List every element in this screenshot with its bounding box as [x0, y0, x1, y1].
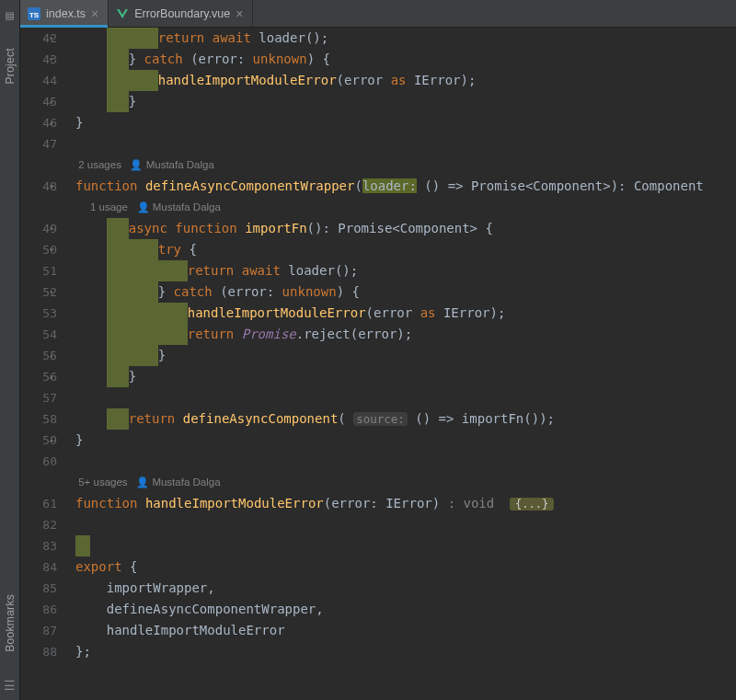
editor-tabs: TS index.ts × ErrorBoundary.vue ×	[20, 0, 736, 28]
folded-code[interactable]: {...}	[510, 498, 554, 511]
fold-icon[interactable]: ▾	[49, 183, 53, 190]
code-line[interactable]: return await loader();	[75, 28, 736, 49]
tab-label: ErrorBoundary.vue	[134, 7, 230, 20]
code-line[interactable]: } catch (error: unknown) {	[75, 49, 736, 70]
bookmarks-tool-label[interactable]: Bookmarks	[4, 594, 17, 652]
code-line[interactable]: } catch (error: unknown) {	[75, 281, 736, 303]
code-line[interactable]: }	[75, 366, 736, 387]
fold-icon[interactable]: ▴	[49, 437, 53, 444]
code-line[interactable]: handleImportModuleError(error as IError)…	[75, 303, 736, 324]
code-line[interactable]: };	[75, 641, 736, 662]
svg-text:TS: TS	[29, 10, 40, 18]
close-icon[interactable]: ×	[236, 7, 243, 20]
fold-icon[interactable]: ▾	[49, 225, 53, 233]
code-line[interactable]: try {	[75, 239, 736, 260]
code-line[interactable]	[75, 451, 736, 472]
typescript-file-icon: TS	[28, 7, 40, 20]
fold-icon[interactable]: ▴	[49, 120, 53, 127]
gutter: 42▾ 43▾ 44 45▴ 46▴ 47 48▾ 49▾ 50▾ 51 52▾…	[20, 28, 74, 700]
code-line[interactable]: async function importFn(): Promise<Compo…	[75, 218, 736, 239]
code-line[interactable]: }	[75, 91, 736, 112]
code-line[interactable]: }	[75, 112, 736, 133]
code-line[interactable]: return Promise.reject(error);	[75, 324, 736, 345]
fold-icon[interactable]: ▾	[49, 56, 53, 63]
code-line[interactable]: function defineAsyncComponentWrapper(loa…	[75, 176, 736, 197]
code-line[interactable]	[75, 535, 736, 557]
code-line[interactable]	[75, 133, 736, 155]
code-line[interactable]: importWrapper,	[75, 578, 736, 599]
code-line[interactable]: handleImportModuleError	[75, 620, 736, 641]
code-line[interactable]: }	[75, 430, 736, 451]
code-line[interactable]: export {	[75, 557, 736, 578]
code-annotations[interactable]: 1 usage 👤 Mustafa Dalga	[75, 197, 736, 218]
code-annotations[interactable]: 5+ usages 👤 Mustafa Dalga	[75, 472, 736, 493]
fold-icon[interactable]: ▾	[49, 289, 53, 296]
tool-stripe: ▤ Project Bookmarks ☰	[0, 0, 20, 700]
code-line[interactable]: defineAsyncComponentWrapper,	[75, 599, 736, 620]
code-line[interactable]: }	[75, 345, 736, 366]
bookmarks-tool-icon[interactable]: ☰	[4, 678, 16, 693]
author-icon: 👤	[130, 159, 143, 170]
code-line[interactable]	[75, 514, 736, 535]
author-icon: 👤	[136, 476, 149, 488]
code-content[interactable]: return await loader(); } catch (error: u…	[74, 28, 736, 700]
tab-errorboundary-vue[interactable]: ErrorBoundary.vue ×	[109, 0, 253, 27]
project-tool-icon[interactable]: ▤	[6, 7, 13, 22]
fold-icon[interactable]: ▴	[49, 352, 53, 360]
tab-index-ts[interactable]: TS index.ts ×	[20, 0, 109, 27]
tab-label: index.ts	[46, 7, 86, 20]
code-line[interactable]: return defineAsyncComponent( source: () …	[75, 408, 736, 430]
fold-icon[interactable]: ▾	[49, 247, 53, 254]
code-line[interactable]	[75, 387, 736, 408]
code-line[interactable]: function handleImportModuleError(error: …	[75, 493, 736, 514]
svg-marker-2	[117, 9, 128, 18]
project-tool-label[interactable]: Project	[4, 48, 17, 84]
code-line[interactable]: handleImportModuleError(error as IError)…	[75, 70, 736, 91]
fold-icon[interactable]: ▴	[49, 373, 53, 381]
fold-icon[interactable]: ▾	[49, 35, 53, 42]
close-icon[interactable]: ×	[91, 7, 98, 20]
code-annotations[interactable]: 2 usages 👤 Mustafa Dalga	[75, 155, 736, 176]
author-icon: 👤	[137, 201, 150, 212]
vue-file-icon	[116, 7, 129, 20]
code-line[interactable]: return await loader();	[75, 260, 736, 281]
editor-area[interactable]: 42▾ 43▾ 44 45▴ 46▴ 47 48▾ 49▾ 50▾ 51 52▾…	[20, 28, 736, 700]
fold-icon[interactable]: ▴	[49, 98, 53, 106]
